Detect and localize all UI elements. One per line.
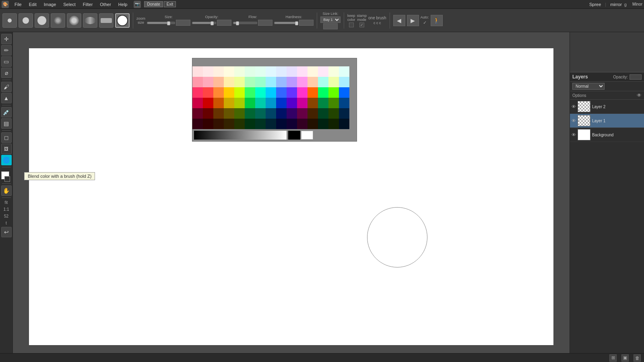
eyedropper-tool-button[interactable]: 💉 xyxy=(1,107,12,117)
eraser-tool-button[interactable]: ◻ xyxy=(1,132,12,143)
status-grid-icon[interactable]: ⊞ xyxy=(609,354,617,362)
color-cell[interactable] xyxy=(203,87,213,98)
color-cell[interactable] xyxy=(213,108,224,119)
layer-item-layer1[interactable]: 👁 Layer 1 xyxy=(570,114,644,128)
color-cell[interactable] xyxy=(213,66,224,77)
color-cell[interactable] xyxy=(266,119,276,129)
layer-item-background[interactable]: 👁 Background xyxy=(570,128,644,142)
select-rect-button[interactable]: ▭ xyxy=(1,56,12,67)
color-cell[interactable] xyxy=(318,66,328,77)
layer2-visibility-icon[interactable]: 👁 xyxy=(572,104,576,109)
opacity-input[interactable]: 80 xyxy=(217,20,231,26)
color-cell[interactable] xyxy=(192,108,203,119)
color-cell[interactable] xyxy=(308,98,318,108)
color-cell[interactable] xyxy=(328,87,339,98)
layer1-visibility-icon[interactable]: 👁 xyxy=(572,118,576,123)
brush-preset-flat[interactable] xyxy=(99,13,114,28)
color-cell[interactable] xyxy=(203,119,213,129)
color-cell[interactable] xyxy=(255,87,266,98)
color-cell[interactable] xyxy=(234,66,245,77)
color-cell[interactable] xyxy=(245,77,255,87)
clone-tool-button[interactable]: 🖼 xyxy=(1,144,12,154)
zoom-percent-label[interactable]: 52 xyxy=(4,213,8,219)
ratio-label[interactable]: 1:1 xyxy=(4,206,9,212)
color-cell[interactable] xyxy=(297,87,308,98)
color-cell[interactable] xyxy=(339,87,349,98)
color-cell[interactable] xyxy=(339,119,349,129)
donate-button[interactable]: Donate xyxy=(144,1,163,7)
color-cell[interactable] xyxy=(192,66,203,77)
size-link-select[interactable]: Bay 1 xyxy=(320,16,341,23)
color-cell[interactable] xyxy=(276,119,287,129)
color-cell[interactable] xyxy=(203,98,213,108)
color-cell[interactable] xyxy=(276,98,287,108)
color-cell[interactable] xyxy=(224,77,234,87)
color-cell[interactable] xyxy=(255,77,266,87)
color-cell[interactable] xyxy=(203,77,213,87)
brush-preset-circle-selected[interactable] xyxy=(115,13,130,28)
bay-value-input[interactable]: 100 xyxy=(323,23,338,29)
color-cell[interactable] xyxy=(192,119,203,129)
color-cell[interactable] xyxy=(308,108,318,119)
background-visibility-icon[interactable]: 👁 xyxy=(572,132,576,137)
background-color-swatch[interactable] xyxy=(4,176,10,182)
gradient-tool-button[interactable]: ▤ xyxy=(1,118,12,129)
fit-label[interactable]: fit xyxy=(5,200,8,206)
brush-preset-tiny[interactable] xyxy=(2,13,17,28)
color-cell[interactable] xyxy=(287,66,297,77)
color-cell[interactable] xyxy=(234,119,245,129)
menu-other[interactable]: Other xyxy=(97,1,114,8)
menu-filter[interactable]: Filter xyxy=(80,1,96,8)
color-cell[interactable] xyxy=(266,66,276,77)
color-cell[interactable] xyxy=(328,108,339,119)
flow-slider[interactable] xyxy=(233,22,257,24)
color-cell[interactable] xyxy=(213,87,224,98)
color-cell[interactable] xyxy=(308,77,318,87)
color-cell[interactable] xyxy=(318,119,328,129)
color-cell[interactable] xyxy=(318,108,328,119)
color-cell[interactable] xyxy=(255,98,266,108)
color-cell[interactable] xyxy=(328,119,339,129)
keep-color-checkbox[interactable] xyxy=(349,23,354,27)
color-cell[interactable] xyxy=(287,77,297,87)
color-cell[interactable] xyxy=(328,98,339,108)
color-cell[interactable] xyxy=(213,77,224,87)
brush-preset-medium[interactable] xyxy=(19,13,33,28)
palette-drag-bar[interactable] xyxy=(192,58,357,66)
color-cell[interactable] xyxy=(266,77,276,87)
menu-select[interactable]: Select xyxy=(60,1,79,8)
color-cell[interactable] xyxy=(276,66,287,77)
color-cell[interactable] xyxy=(203,66,213,77)
color-cell[interactable] xyxy=(213,119,224,129)
menu-image[interactable]: Image xyxy=(41,1,60,8)
color-cell[interactable] xyxy=(297,108,308,119)
eye-icon[interactable]: 👁 xyxy=(637,93,642,98)
color-cell[interactable] xyxy=(328,77,339,87)
color-cell[interactable] xyxy=(234,98,245,108)
status-trash-icon[interactable]: 🗑 xyxy=(634,354,641,362)
color-cell[interactable] xyxy=(266,87,276,98)
brush-preset-soft[interactable] xyxy=(67,13,81,28)
undo-tool-button[interactable]: ↩ xyxy=(1,227,12,237)
menu-edit[interactable]: Edit xyxy=(26,1,40,8)
color-cell[interactable] xyxy=(192,87,203,98)
brush-tool-button[interactable]: ✏ xyxy=(1,45,12,56)
color-cell[interactable] xyxy=(255,108,266,119)
color-cell[interactable] xyxy=(308,66,318,77)
color-cell[interactable] xyxy=(192,98,203,108)
color-cell[interactable] xyxy=(255,66,266,77)
fill-tool-button[interactable]: ▲ xyxy=(1,93,12,103)
color-cell[interactable] xyxy=(224,87,234,98)
color-cell[interactable] xyxy=(318,87,328,98)
color-cell[interactable] xyxy=(245,98,255,108)
canvas-area[interactable]: Blend color with a brush (hold Z) xyxy=(13,32,570,353)
color-cell[interactable] xyxy=(287,119,297,129)
color-cell[interactable] xyxy=(245,66,255,77)
menu-file[interactable]: File xyxy=(11,1,25,8)
brush-preset-scatter[interactable] xyxy=(51,13,65,28)
color-cell[interactable] xyxy=(287,87,297,98)
layer-item-layer2[interactable]: 👁 Layer 2 xyxy=(570,100,644,114)
color-cell[interactable] xyxy=(224,108,234,119)
color-cell[interactable] xyxy=(224,98,234,108)
color-cell[interactable] xyxy=(339,98,349,108)
